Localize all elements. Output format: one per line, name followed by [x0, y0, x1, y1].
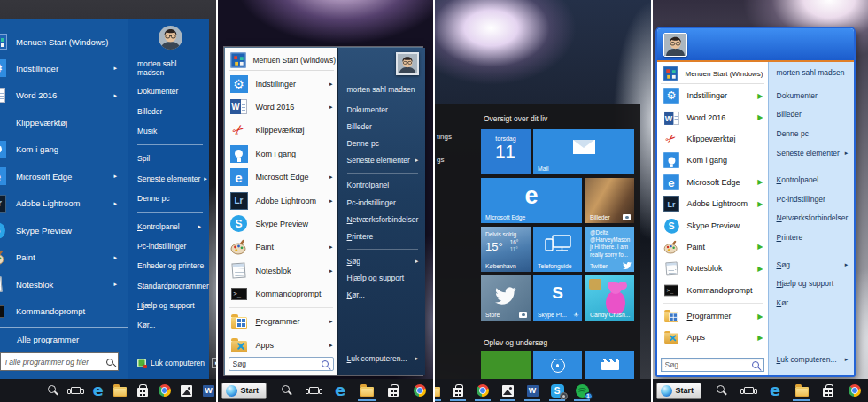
menu-item-netværksforbindelser[interactable]: Netværksforbindelser — [777, 209, 856, 228]
edge-taskbar-icon[interactable]: e — [762, 379, 788, 402]
tile-calendar[interactable]: torsdag11 — [481, 129, 531, 174]
edge-taskbar-icon[interactable]: e — [87, 379, 109, 402]
tile-weather[interactable]: Delvis solrig15°16°11°København — [481, 227, 531, 272]
taskview-taskbar-icon[interactable] — [735, 379, 762, 402]
avatar[interactable] — [663, 33, 687, 57]
menu-header-item[interactable]: Menuen Start (Windows) — [229, 50, 334, 71]
search-box[interactable] — [229, 357, 334, 371]
user-name[interactable]: morten sahl madsen — [347, 85, 426, 101]
tile-twitter[interactable]: @Delta @HarveyMason jr Hi there. I am re… — [585, 227, 634, 272]
menu-item-denne-pc[interactable]: Denne pc — [777, 124, 856, 143]
menu-item-pc-indstillinger[interactable]: Pc-indstillinger — [347, 194, 426, 211]
menu-item-billeder[interactable]: Billeder — [347, 118, 426, 135]
folder-taskbar-icon[interactable] — [109, 379, 131, 402]
menu-item-klippeværktøj[interactable]: ✂Klippeværktøj — [229, 119, 334, 142]
menu-item-adobe-lightroom[interactable]: LrAdobe Lightroom▸ — [0, 190, 128, 218]
menu-item-dokumenter[interactable]: Dokumenter — [137, 81, 203, 101]
menu-item-word-2016[interactable]: WWord 2016▶ — [661, 106, 764, 128]
tile-telefonguide[interactable]: Telefonguide — [533, 227, 582, 272]
search-box[interactable] — [0, 352, 119, 371]
menu-item-denne-pc[interactable]: Denne pc — [347, 135, 426, 151]
menu-item-kommandoprompt[interactable]: >_Kommandoprompt — [229, 282, 334, 305]
tile-minecraft[interactable] — [481, 351, 531, 379]
menu-item-denne-pc[interactable]: Denne pc — [137, 189, 203, 208]
menu-item-printere[interactable]: Printere — [777, 228, 856, 247]
menu-item-søg[interactable]: Søg▸ — [347, 253, 426, 270]
store-taskbar-icon[interactable] — [446, 379, 470, 402]
shutdown-options-arrow-icon[interactable]: ▸ — [212, 358, 216, 368]
search-icon[interactable] — [106, 359, 113, 366]
skype-taskbar-icon[interactable]: S — [545, 379, 570, 402]
menu-item-klippeværktøj[interactable]: ✂Klippeværktøj — [661, 128, 764, 150]
menu-item-apps[interactable]: Apps▸ — [229, 334, 334, 357]
shutdown-button[interactable]: Luk computeren... ▸ — [777, 351, 856, 368]
word-taskbar-icon[interactable]: W — [520, 379, 545, 402]
menu-item-seneste-elementer[interactable]: Seneste elementer▸ — [777, 143, 856, 163]
tile-film[interactable] — [585, 351, 634, 379]
shutdown-options-arrow-icon[interactable]: ▸ — [841, 356, 849, 363]
menu-item-netværksforbindelser[interactable]: Netværksforbindelser — [347, 211, 426, 228]
folder-taskbar-icon[interactable] — [788, 379, 815, 402]
menu-item-word-2016[interactable]: WWord 2016▸ — [0, 82, 128, 110]
menu-item-kør[interactable]: Kør... — [777, 293, 856, 313]
menu-item-printere[interactable]: Printere — [347, 228, 426, 244]
tile-billeder[interactable]: Billeder — [585, 178, 634, 223]
chrome-taskbar-icon[interactable] — [153, 379, 175, 402]
shutdown-options-arrow-icon[interactable]: ▸ — [412, 355, 419, 362]
store-taskbar-icon[interactable] — [815, 379, 841, 402]
user-name[interactable]: morten sahl madsen — [777, 68, 856, 86]
tile-edge[interactable]: eMicrosoft Edge — [481, 178, 582, 223]
menu-item-pc-indstillinger[interactable]: Pc-indstillinger — [777, 189, 856, 209]
menu-item-kom-i-gang[interactable]: Kom i gang — [229, 143, 334, 166]
chrome-taskbar-icon[interactable] — [407, 379, 433, 402]
photos-taskbar-icon[interactable] — [175, 379, 198, 402]
menu-item-enheder-og-printere[interactable]: Enheder og printere — [137, 256, 203, 275]
menu-header-item[interactable]: Menuen Start (Windows) — [0, 28, 128, 55]
menu-item-kom-i-gang[interactable]: Kom i gang — [0, 136, 128, 164]
menu-item-programmer[interactable]: Programmer▸ — [229, 310, 334, 333]
menu-item-microsoft-edge[interactable]: eMicrosoft Edge▸ — [0, 163, 128, 190]
green-taskbar-icon[interactable]: 1 — [570, 379, 594, 402]
menu-item-notesblok[interactable]: Notesblok▶ — [661, 258, 764, 279]
menu-item-skype-preview[interactable]: SSkype Preview — [229, 213, 334, 236]
search-input[interactable] — [229, 359, 317, 368]
menu-item-kontrolpanel[interactable]: Kontrolpanel▸ — [137, 216, 203, 236]
chrome-taskbar-icon[interactable] — [841, 379, 868, 402]
menu-item-kør[interactable]: Kør... — [137, 315, 203, 335]
shutdown-button[interactable]: Luk computeren... ▸ — [347, 350, 426, 367]
menu-item-kontrolpanel[interactable]: Kontrolpanel — [347, 177, 426, 194]
menu-item-kør[interactable]: Kør... — [347, 287, 426, 304]
store-taskbar-icon[interactable] — [380, 379, 407, 402]
search-taskbar-icon[interactable] — [43, 379, 65, 402]
menu-item-indstillinger[interactable]: ⚙Indstillinger▸ — [0, 55, 128, 82]
menu-item-paint[interactable]: Paint▸ — [229, 236, 334, 259]
avatar[interactable] — [396, 52, 419, 75]
menu-item-seneste-elementer[interactable]: Seneste elementer▸ — [137, 169, 203, 189]
search-taskbar-icon[interactable] — [274, 379, 300, 402]
search-taskbar-icon[interactable] — [709, 379, 735, 402]
menu-item-hjælp-og-support[interactable]: Hjælp og support — [347, 270, 426, 287]
menu-item-paint[interactable]: Paint▸ — [0, 244, 128, 272]
menu-item-programmer[interactable]: Programmer▶ — [661, 305, 764, 327]
menu-item-apps[interactable]: Apps▶ — [661, 327, 764, 348]
menu-item-skype-preview[interactable]: SSkype Preview — [661, 214, 764, 236]
menu-item-dokumenter[interactable]: Dokumenter — [347, 101, 426, 118]
menu-item-billeder[interactable]: Billeder — [137, 101, 203, 120]
menu-item-standardprogrammer[interactable]: Standardprogrammer — [137, 276, 203, 296]
menu-item-hjælp-og-support[interactable]: Hjælp og support — [137, 296, 203, 315]
menu-item-adobe-lightroom[interactable]: LrAdobe Lightroom▸ — [229, 189, 334, 212]
menu-item-adobe-lightroom[interactable]: LrAdobe Lightroom▶ — [661, 193, 764, 214]
tile-radio[interactable] — [533, 351, 582, 379]
menu-item-spil[interactable]: Spil — [137, 149, 203, 168]
menu-item-musik[interactable]: Musik — [137, 121, 203, 141]
tile-skype[interactable]: SSkype Pr...✳ — [533, 275, 582, 321]
menu-item-dokumenter[interactable]: Dokumenter — [777, 86, 856, 105]
menu-item-seneste-elementer[interactable]: Seneste elementer▸ — [347, 152, 426, 169]
menu-item-paint[interactable]: Paint▶ — [661, 236, 764, 258]
chrome-taskbar-icon[interactable] — [470, 379, 495, 402]
search-input[interactable] — [662, 360, 748, 369]
taskview-taskbar-icon[interactable] — [300, 379, 327, 402]
menu-item-kommandoprompt[interactable]: >_Kommandoprompt — [0, 298, 128, 326]
edge-taskbar-icon[interactable]: e — [327, 379, 353, 402]
menu-item-skype-preview[interactable]: SSkype Preview — [0, 217, 128, 244]
